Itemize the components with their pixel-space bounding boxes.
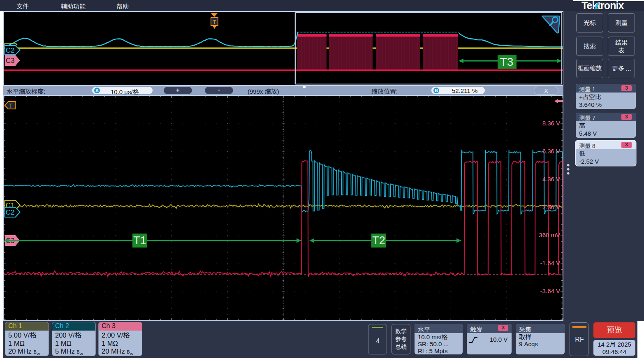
svg-text:2.36 V: 2.36 V <box>542 204 560 211</box>
svg-text:8.36 V: 8.36 V <box>542 120 560 127</box>
svg-text:T2: T2 <box>372 234 385 247</box>
svg-text:C2: C2 <box>6 208 15 216</box>
svg-text:6.36 V: 6.36 V <box>542 148 560 155</box>
svg-text:T: T <box>213 19 216 25</box>
svg-text:360 mV: 360 mV <box>539 231 560 238</box>
svg-text:Tektronix: Tektronix <box>581 0 624 11</box>
svg-text:T: T <box>9 102 12 109</box>
svg-text:T3: T3 <box>500 56 514 68</box>
svg-text:4.36 V: 4.36 V <box>542 176 560 183</box>
svg-text:T1: T1 <box>133 234 146 247</box>
svg-text:-1.64 V: -1.64 V <box>540 259 560 266</box>
svg-text:C3: C3 <box>6 57 15 65</box>
svg-text:C2: C2 <box>6 46 15 54</box>
svg-text:-3.64 V: -3.64 V <box>540 287 560 294</box>
